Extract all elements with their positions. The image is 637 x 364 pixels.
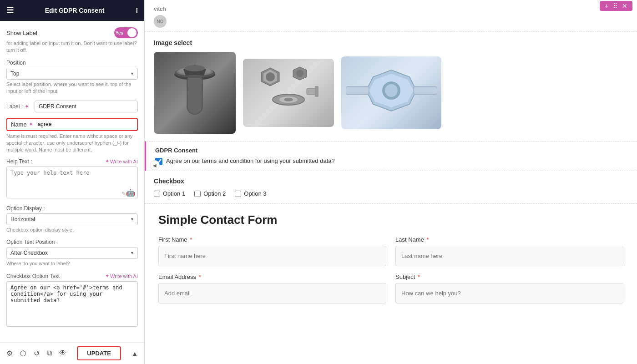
ai-robot-icon: 🤖 <box>126 188 135 197</box>
checkbox-options: Option 1 Option 2 Option 3 <box>154 190 628 197</box>
first-name-label: First Name * <box>158 236 386 243</box>
duplicate-icon[interactable]: ⧉ <box>47 349 52 358</box>
position-label: Position <box>6 60 138 66</box>
update-button[interactable]: UPDATE <box>77 346 121 360</box>
history-icon[interactable]: ↺ <box>34 349 40 358</box>
label-field-label: Label : <box>6 103 23 110</box>
option-display-row: Option Display : Horizontal Vertical Che… <box>6 205 138 233</box>
move-element-button[interactable]: ⠿ <box>612 2 619 10</box>
svg-rect-17 <box>315 86 318 97</box>
toggle-desc: for adding label on input turn it on. Do… <box>6 40 138 54</box>
layers-icon[interactable]: ⬡ <box>20 349 26 358</box>
panel-header: ☰ Edit GDPR Consent ⁞ <box>0 0 144 21</box>
svg-point-12 <box>296 70 303 77</box>
chevron-up-icon[interactable]: ▲ <box>131 350 138 357</box>
image-row <box>154 52 628 134</box>
help-text-row: Help Text : ✦ Write with AI 🤖 ✎ <box>6 158 138 200</box>
show-label-toggle[interactable]: Yes <box>114 27 138 38</box>
add-element-button[interactable]: + <box>603 2 610 10</box>
name-desc: Name is must required. Enter name withou… <box>6 133 138 154</box>
collapse-button[interactable]: ◀ <box>150 160 160 170</box>
email-required: * <box>199 273 201 280</box>
grid-icon[interactable]: ⁞ <box>136 6 138 15</box>
option-text-pos-select[interactable]: After Checkbox Before Checkbox <box>6 247 138 259</box>
subject-label: Subject * <box>395 273 623 280</box>
gdpr-checkbox-text: Agree on our terms and condition for usi… <box>166 157 335 164</box>
element-topbar: + ⠿ ✕ <box>600 1 632 11</box>
svg-rect-23 <box>414 87 437 94</box>
svg-rect-16 <box>307 88 316 95</box>
name-input[interactable] <box>38 121 133 127</box>
contact-form-section: Simple Contact Form First Name * Last Na… <box>145 204 637 320</box>
svg-rect-2 <box>188 74 202 114</box>
first-name-input[interactable] <box>158 246 386 266</box>
gdpr-checkbox-row: Agree on our terms and condition for usi… <box>155 157 628 165</box>
first-name-required: * <box>190 236 192 243</box>
label-field-row: Label : ✦ <box>6 101 138 112</box>
nuts-svg <box>248 63 329 122</box>
fitting-image[interactable] <box>341 56 441 129</box>
help-text-label: Help Text : <box>6 158 32 165</box>
option-display-desc: Checkbox option display style. <box>6 227 138 233</box>
name-field-row: Name ✦ <box>6 118 138 131</box>
switch-no-text: NO <box>157 19 164 24</box>
subject-required: * <box>418 273 420 280</box>
option-display-select-wrapper: Horizontal Vertical <box>6 213 138 225</box>
checkbox-input-1[interactable] <box>154 191 160 197</box>
email-input[interactable] <box>158 283 386 303</box>
name-form-row: First Name * Last Name * <box>158 236 623 266</box>
checkbox-section: Checkbox Option 1 Option 2 Option 3 <box>145 171 637 204</box>
last-name-label: Last Name * <box>395 236 623 243</box>
ai-spark-icon: ✦ <box>105 158 109 164</box>
checkbox-option-3: Option 3 <box>235 190 266 197</box>
position-select[interactable]: Top Left Right Bottom <box>6 68 138 80</box>
email-label: Email Address * <box>158 273 386 280</box>
bolt-svg <box>163 61 227 125</box>
checkbox-option-2: Option 2 <box>194 190 226 197</box>
main-area: + ⠿ ✕ vitch NO Image select <box>145 0 637 364</box>
settings-icon[interactable]: ⚙ <box>6 349 13 358</box>
last-name-input[interactable] <box>395 246 623 266</box>
checkbox-option-textarea[interactable]: Agree on our <a href='#'>terms and condi… <box>6 281 138 327</box>
checkbox-option-label-row: Checkbox Option Text ✦ Write with AI <box>6 273 138 279</box>
checkbox-ai-spark-icon: ✦ <box>105 273 109 279</box>
svg-point-10 <box>266 72 275 81</box>
subject-input[interactable] <box>395 283 623 303</box>
option-display-select[interactable]: Horizontal Vertical <box>6 213 138 225</box>
last-name-required: * <box>427 236 429 243</box>
bolt-image[interactable] <box>154 52 236 134</box>
left-panel: ☰ Edit GDPR Consent ⁞ Show Label Yes for… <box>0 0 145 364</box>
first-name-field: First Name * <box>158 236 386 266</box>
toggle-knob <box>127 28 136 37</box>
svg-point-7 <box>185 65 205 71</box>
checkbox-option-text-label: Checkbox Option Text <box>6 273 60 279</box>
gdpr-section: GDPR Consent Agree on our terms and cond… <box>145 142 637 171</box>
hamburger-icon[interactable]: ☰ <box>6 5 14 15</box>
position-select-wrapper: Top Left Right Bottom <box>6 68 138 80</box>
checkbox-input-2[interactable] <box>194 191 201 197</box>
visibility-icon[interactable]: 👁 <box>59 349 66 358</box>
option-text-pos-label: Option Text Position : <box>6 239 138 245</box>
option-display-label: Option Display : <box>6 205 138 212</box>
label-input[interactable] <box>35 101 138 112</box>
help-text-textarea[interactable] <box>6 167 138 198</box>
name-label-text: Name ✦ <box>11 121 33 128</box>
switch-circle[interactable]: NO <box>154 15 167 28</box>
switch-label-text: vitch <box>154 5 628 12</box>
option-text-pos-row: Option Text Position : After Checkbox Be… <box>6 239 138 267</box>
write-ai-button[interactable]: ✦ Write with AI <box>105 158 138 164</box>
panel-footer: ⚙ ⬡ ↺ ⧉ 👁 UPDATE ▲ <box>0 342 144 364</box>
fitting-svg <box>346 61 437 125</box>
nuts-image[interactable] <box>243 59 334 127</box>
show-label-text: Show Label <box>6 30 37 36</box>
close-element-button[interactable]: ✕ <box>621 2 629 10</box>
option-text-pos-wrapper: After Checkbox Before Checkbox <box>6 247 138 259</box>
checkbox-input-3[interactable] <box>235 191 241 197</box>
panel-body: Show Label Yes for adding label on input… <box>0 21 144 342</box>
svg-rect-21 <box>346 87 369 94</box>
svg-point-25 <box>385 84 398 97</box>
last-name-field: Last Name * <box>395 236 623 266</box>
panel-title: Edit GDPR Consent <box>45 7 105 14</box>
canvas: + ⠿ ✕ vitch NO Image select <box>145 0 637 364</box>
checkbox-option-write-ai[interactable]: ✦ Write with AI <box>105 273 138 279</box>
